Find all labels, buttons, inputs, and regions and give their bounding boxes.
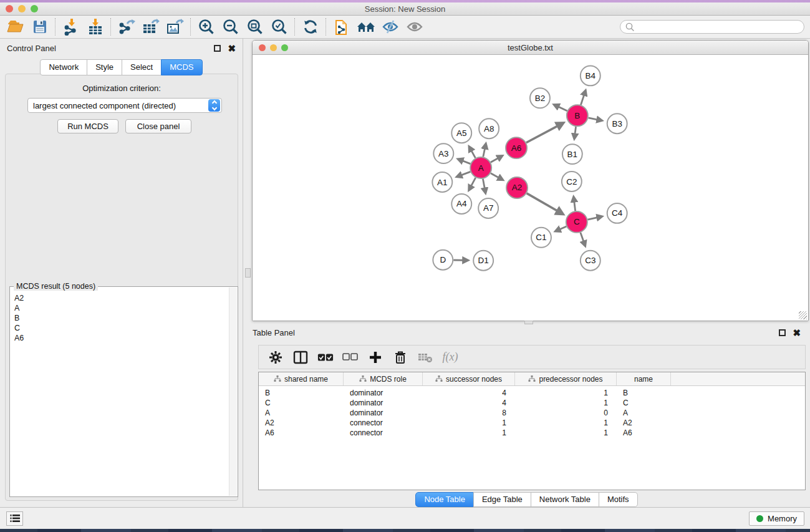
table-row[interactable]: A6connector11A6 [259, 428, 805, 438]
edge-A-A8[interactable] [483, 144, 486, 157]
delete-table-button[interactable] [417, 349, 433, 365]
table-cell[interactable]: dominator [344, 399, 423, 407]
table-cell[interactable]: A6 [617, 428, 671, 437]
import-table-button[interactable] [83, 17, 107, 37]
edge-A6-B[interactable] [526, 123, 563, 142]
node-A4[interactable]: A4 [451, 194, 471, 214]
edge-A-A2[interactable] [491, 173, 503, 180]
edge-C-C2[interactable] [574, 197, 576, 211]
task-history-button[interactable] [6, 511, 23, 526]
zoom-out-button[interactable] [218, 17, 243, 37]
mcds-result-item[interactable]: A [14, 303, 229, 313]
edge-A-A1[interactable] [457, 172, 471, 177]
table-cell[interactable]: A6 [259, 428, 344, 437]
table-cell[interactable]: B [259, 389, 344, 397]
table-cell[interactable]: A2 [259, 418, 344, 427]
edge-C-C4[interactable] [587, 216, 602, 220]
column-settings-button[interactable] [268, 349, 284, 365]
show-graphics-details-button[interactable] [402, 17, 427, 37]
node-D[interactable]: D [433, 250, 453, 270]
table-cell[interactable]: C [259, 399, 344, 407]
network-window-titlebar[interactable]: testGlobe.txt [253, 41, 808, 55]
mcds-result-item[interactable]: C [14, 323, 229, 333]
tab-network-table[interactable]: Network Table [531, 492, 599, 507]
zoom-fit-button[interactable] [243, 17, 267, 37]
node-C3[interactable]: C3 [581, 251, 600, 271]
tab-edge-table[interactable]: Edge Table [473, 492, 531, 507]
vertical-split-handle[interactable] [245, 268, 251, 278]
table-cell[interactable]: B [617, 389, 671, 397]
hide-graphics-details-button[interactable] [378, 17, 402, 37]
table-cell[interactable]: 1 [423, 418, 515, 427]
table-cell[interactable]: C [617, 399, 671, 407]
table-cell[interactable]: 1 [515, 418, 617, 427]
tab-network[interactable]: Network [40, 59, 87, 75]
add-column-button[interactable] [367, 349, 383, 365]
table-cell[interactable]: dominator [344, 409, 423, 417]
open-session-button[interactable] [3, 17, 27, 37]
node-C4[interactable]: C4 [607, 203, 627, 223]
select-all-button[interactable] [317, 349, 334, 365]
close-table-panel-icon[interactable]: ✖ [793, 329, 801, 336]
table-cell[interactable]: A2 [617, 418, 671, 427]
search-field[interactable] [620, 20, 804, 34]
node-A2[interactable]: A2 [506, 177, 528, 198]
table-cell[interactable]: 1 [515, 428, 617, 437]
table-row[interactable]: Adominator80A [259, 408, 805, 418]
mcds-result-item[interactable]: A6 [14, 333, 229, 343]
node-A7[interactable]: A7 [478, 198, 498, 218]
edge-B-B4[interactable] [581, 90, 586, 105]
column-header-MCDS-role[interactable]: MCDS role [344, 372, 423, 385]
tab-node-table[interactable]: Node Table [415, 492, 474, 507]
node-A1[interactable]: A1 [432, 172, 452, 192]
mcds-result-item[interactable]: A2 [14, 293, 229, 303]
table-cell[interactable]: 4 [423, 389, 515, 397]
table-cell[interactable]: dominator [344, 389, 423, 397]
edge-B-B2[interactable] [554, 105, 567, 111]
table-cell[interactable]: connector [344, 428, 423, 437]
tab-style[interactable]: Style [87, 59, 122, 75]
zoom-in-button[interactable] [194, 17, 218, 37]
zoom-selected-button[interactable] [267, 17, 291, 37]
tab-select[interactable]: Select [122, 59, 162, 75]
mcds-result-list[interactable]: A2ABCA6 [11, 288, 229, 496]
column-header-successor-nodes[interactable]: successor nodes [423, 372, 515, 385]
table-row[interactable]: Cdominator41C [259, 398, 805, 408]
table-cell[interactable]: 4 [423, 399, 515, 407]
column-header-shared-name[interactable]: shared name [259, 372, 344, 385]
refresh-button[interactable] [298, 17, 322, 37]
table-cell[interactable]: 1 [515, 389, 617, 397]
edge-A-A7[interactable] [483, 179, 485, 193]
delete-column-button[interactable] [392, 349, 408, 365]
network-graph[interactable]: B4B2BB3A5A8A6A3B1AA1C2A2A4A7C4CC1C3DD1 [253, 55, 808, 321]
node-C[interactable]: C [566, 211, 587, 233]
node-A[interactable]: A [470, 157, 491, 178]
export-image-button[interactable] [163, 17, 187, 37]
column-header-predecessor-nodes[interactable]: predecessor nodes [515, 372, 617, 385]
column-header-name[interactable]: name [617, 372, 671, 385]
function-builder-button[interactable]: f(x) [442, 349, 458, 365]
export-table-button[interactable] [138, 17, 163, 37]
node-table[interactable]: shared nameMCDS rolesuccessor nodesprede… [258, 372, 806, 490]
table-cell[interactable]: A [617, 409, 671, 417]
table-cell[interactable]: connector [344, 418, 423, 427]
mcds-result-item[interactable]: B [14, 313, 229, 323]
table-row[interactable]: A2connector11A2 [259, 418, 805, 428]
tab-motifs[interactable]: Motifs [599, 492, 638, 507]
memory-button[interactable]: Memory [749, 511, 804, 526]
edge-A-A6[interactable] [491, 156, 503, 162]
edge-A2-C[interactable] [527, 193, 563, 214]
node-A3[interactable]: A3 [433, 143, 453, 163]
home-layout-button[interactable] [354, 17, 378, 37]
save-session-button[interactable] [27, 17, 52, 37]
float-table-panel-icon[interactable] [779, 329, 786, 336]
node-B3[interactable]: B3 [607, 114, 627, 133]
node-A6[interactable]: A6 [506, 137, 527, 158]
new-network-from-selection-button[interactable] [329, 17, 354, 37]
node-A5[interactable]: A5 [451, 123, 471, 143]
export-network-button[interactable] [114, 17, 138, 37]
node-D1[interactable]: D1 [473, 251, 493, 271]
deselect-all-button[interactable] [342, 349, 359, 365]
table-row[interactable]: Bdominator41B [259, 388, 805, 398]
split-table-button[interactable] [292, 349, 309, 365]
